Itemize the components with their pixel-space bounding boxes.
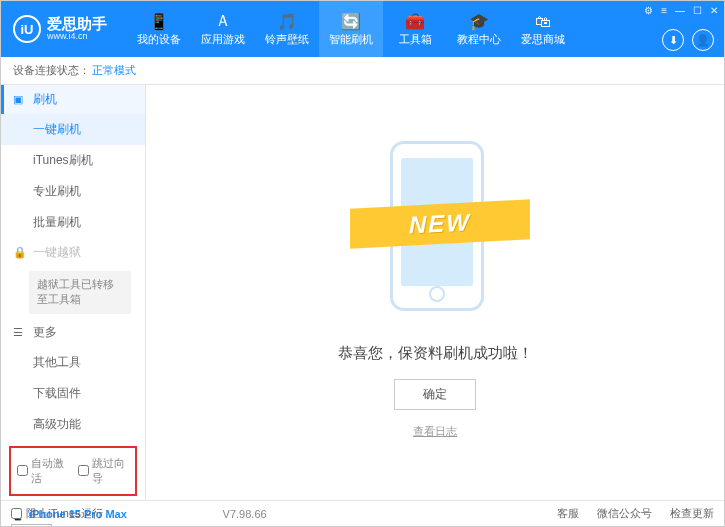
sidebar-item[interactable]: 高级功能 — [1, 409, 145, 440]
sidebar-item[interactable]: 其他工具 — [1, 347, 145, 378]
nav-label: 应用游戏 — [201, 32, 245, 47]
sidebar-header-label: 刷机 — [33, 91, 57, 108]
nav-item-5[interactable]: 🎓教程中心 — [447, 1, 511, 57]
block-itunes-checkbox[interactable]: 阻止iTunes运行 — [11, 506, 103, 521]
window-controls: ⚙ ≡ — ☐ ✕ — [644, 5, 718, 16]
checkbox-label: 阻止iTunes运行 — [26, 506, 103, 521]
new-ribbon: NEW — [350, 199, 530, 248]
ribbon-text: NEW — [409, 208, 471, 239]
nav-item-3[interactable]: 🔄智能刷机 — [319, 1, 383, 57]
sidebar-header-flash[interactable]: ▣ 刷机 — [1, 85, 145, 114]
minimize-icon[interactable]: — — [675, 5, 685, 16]
more-icon: ☰ — [13, 326, 27, 339]
auto-activate-checkbox[interactable]: 自动激活 — [17, 456, 68, 486]
sidebar-item[interactable]: iTunes刷机 — [1, 145, 145, 176]
lock-icon: 🔒 — [13, 246, 27, 259]
checkbox-label: 跳过向导 — [92, 456, 129, 486]
menu-icon[interactable]: ≡ — [661, 5, 667, 16]
app-url: www.i4.cn — [47, 32, 107, 42]
footer-link-support[interactable]: 客服 — [557, 506, 579, 521]
success-message: 恭喜您，保资料刷机成功啦！ — [338, 344, 533, 363]
nav-item-0[interactable]: 📱我的设备 — [127, 1, 191, 57]
view-log-link[interactable]: 查看日志 — [413, 424, 457, 439]
nav-item-4[interactable]: 🧰工具箱 — [383, 1, 447, 57]
nav-icon: 📱 — [149, 12, 169, 32]
sidebar-item[interactable]: 批量刷机 — [1, 207, 145, 238]
sidebar-item[interactable]: 一键刷机 — [1, 114, 145, 145]
nav-label: 教程中心 — [457, 32, 501, 47]
nav-label: 智能刷机 — [329, 32, 373, 47]
download-button[interactable]: ⬇ — [662, 29, 684, 51]
nav-label: 爱思商城 — [521, 32, 565, 47]
footer-link-update[interactable]: 检查更新 — [670, 506, 714, 521]
nav-label: 铃声壁纸 — [265, 32, 309, 47]
user-button[interactable]: 👤 — [692, 29, 714, 51]
status-value: 正常模式 — [92, 63, 136, 78]
flash-icon: ▣ — [13, 93, 27, 106]
settings-icon[interactable]: ⚙ — [644, 5, 653, 16]
nav-item-2[interactable]: 🎵铃声壁纸 — [255, 1, 319, 57]
nav-icon: 🎓 — [469, 12, 489, 32]
options-box: 自动激活 跳过向导 — [9, 446, 137, 496]
skip-guide-checkbox[interactable]: 跳过向导 — [78, 456, 129, 486]
sidebar-item[interactable]: 专业刷机 — [1, 176, 145, 207]
status-label: 设备连接状态： — [13, 63, 90, 78]
success-illustration: NEW — [360, 126, 510, 326]
nav-item-6[interactable]: 🛍爱思商城 — [511, 1, 575, 57]
sidebar-header-label: 更多 — [33, 324, 57, 341]
nav-icon: 🔄 — [341, 12, 361, 32]
nav-icon: Ａ — [215, 12, 231, 32]
logo-icon: iU — [13, 15, 41, 43]
nav-label: 工具箱 — [399, 32, 432, 47]
app-title: 爱思助手 — [47, 16, 107, 33]
checkbox-label: 自动激活 — [31, 456, 68, 486]
maximize-icon[interactable]: ☐ — [693, 5, 702, 16]
ok-button[interactable]: 确定 — [394, 379, 476, 410]
nav-icon: 🧰 — [405, 12, 425, 32]
footer-link-wechat[interactable]: 微信公众号 — [597, 506, 652, 521]
app-logo: iU 爱思助手 www.i4.cn — [1, 15, 119, 43]
sidebar-header-label: 一键越狱 — [33, 244, 81, 261]
nav-icon: 🎵 — [277, 12, 297, 32]
sidebar-item[interactable]: 下载固件 — [1, 378, 145, 409]
nav-icon: 🛍 — [535, 12, 551, 32]
sidebar-header-jailbreak[interactable]: 🔒 一键越狱 — [1, 238, 145, 267]
nav-item-1[interactable]: Ａ应用游戏 — [191, 1, 255, 57]
nav-label: 我的设备 — [137, 32, 181, 47]
jailbreak-note: 越狱工具已转移至工具箱 — [29, 271, 131, 314]
sidebar-header-more[interactable]: ☰ 更多 — [1, 318, 145, 347]
version-text: V7.98.66 — [223, 508, 267, 520]
close-icon[interactable]: ✕ — [710, 5, 718, 16]
